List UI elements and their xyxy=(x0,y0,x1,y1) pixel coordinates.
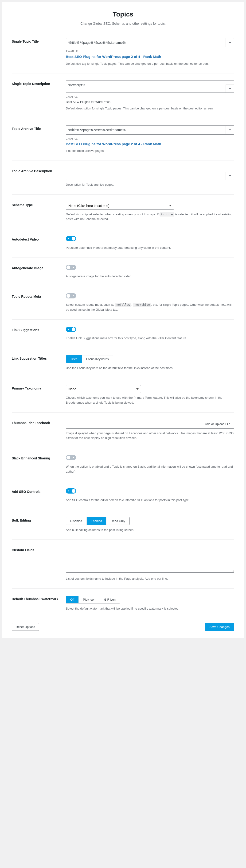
page-footer: Reset Options Save Changes xyxy=(2,618,244,638)
watermark-opt-play[interactable]: Play icon xyxy=(79,596,100,603)
page-title: Topics xyxy=(12,9,234,19)
label-single-topic-title: Single Topic Title xyxy=(12,39,39,43)
example-preview: Best SEO Plugins for WordPress page 2 of… xyxy=(66,142,234,147)
label-bulk-editing: Bulk Editing xyxy=(12,519,31,522)
reset-button[interactable]: Reset Options xyxy=(12,623,39,631)
single-desc-input[interactable]: %excerpt% xyxy=(66,81,234,93)
example-preview: Best SEO Plugins for WordPress page 2 of… xyxy=(66,54,234,60)
label-link-suggestions: Link Suggestions xyxy=(12,328,39,332)
row-custom-fields: Custom Fields List of custom fields name… xyxy=(12,540,234,588)
page-header: Topics Change Global SEO, Schema, and ot… xyxy=(2,2,244,31)
autogenerate-image-toggle[interactable] xyxy=(66,265,76,270)
row-link-titles: Link Suggestion Titles Titles Focus Keyw… xyxy=(12,348,234,378)
row-archive-desc: Topic Archive Description Description fo… xyxy=(12,161,234,195)
label-link-titles: Link Suggestion Titles xyxy=(12,356,47,360)
page-subtitle: Change Global SEO, Schema, and other set… xyxy=(12,21,234,26)
autodetect-video-toggle[interactable] xyxy=(66,236,76,241)
variable-dropdown-btn[interactable] xyxy=(225,126,234,134)
fb-thumbnail-path[interactable] xyxy=(66,420,201,428)
label-seo-controls: Add SEO Controls xyxy=(12,490,40,494)
robots-desc: Select custom robots meta, such as nofol… xyxy=(66,303,234,312)
row-bulk-editing: Bulk Editing Disabled Enabled Read Only … xyxy=(12,510,234,540)
primary-taxonomy-select[interactable]: None xyxy=(66,385,141,393)
robots-meta-toggle[interactable] xyxy=(66,293,76,299)
label-single-topic-desc: Single Topic Description xyxy=(12,82,50,86)
variable-dropdown-btn[interactable] xyxy=(225,172,234,180)
archive-desc-input[interactable] xyxy=(66,168,234,180)
bulk-opt-readonly[interactable]: Read Only xyxy=(106,517,129,525)
label-autodetect-video: Autodetect Video xyxy=(12,238,39,241)
label-primary-taxonomy: Primary Taxonomy xyxy=(12,386,41,390)
row-single-topic-desc: Single Topic Description %excerpt% EXAMP… xyxy=(12,73,234,118)
custom-fields-textarea[interactable] xyxy=(66,547,234,572)
label-custom-fields: Custom Fields xyxy=(12,548,34,552)
label-archive-desc: Topic Archive Description xyxy=(12,169,52,173)
watermark-opt-off[interactable]: Off xyxy=(66,596,79,603)
label-robots-meta: Topic Robots Meta xyxy=(12,294,41,299)
archive-title-input[interactable]: %title% %page% %sep% %sitename% xyxy=(66,125,234,135)
slack-sharing-toggle[interactable] xyxy=(66,455,76,460)
label-watermark: Default Thumbnail Watermark xyxy=(12,597,58,601)
chevron-down-icon xyxy=(229,41,232,44)
label-slack-sharing: Slack Enhanced Sharing xyxy=(12,456,50,460)
link-suggestions-toggle[interactable] xyxy=(66,327,76,332)
label-fb-thumbnail: Thumbnail for Facebook xyxy=(12,421,50,425)
schema-type-select[interactable]: None (Click here to set one) xyxy=(66,202,174,210)
link-titles-group: Titles Focus Keywords xyxy=(66,355,113,363)
chevron-down-icon xyxy=(229,87,232,90)
link-titles-opt-keywords[interactable]: Focus Keywords xyxy=(82,355,113,363)
seo-controls-toggle[interactable] xyxy=(66,488,76,494)
row-primary-taxonomy: Primary Taxonomy None Choose which taxon… xyxy=(12,378,234,412)
variable-dropdown-btn[interactable] xyxy=(225,38,234,47)
variable-dropdown-btn[interactable] xyxy=(225,85,234,93)
bulk-opt-disabled[interactable]: Disabled xyxy=(66,517,87,525)
single-title-input[interactable]: %title% %page% %sep% %sitename% xyxy=(66,38,234,47)
example-preview: Best SEO Plugins for WordPress xyxy=(66,99,234,104)
fb-thumbnail-input: Add or Upload File xyxy=(66,420,234,429)
row-robots-meta: Topic Robots Meta Select custom robots m… xyxy=(12,286,234,320)
row-single-topic-title: Single Topic Title %title% %page% %sep% … xyxy=(12,31,234,73)
chevron-down-icon xyxy=(229,128,232,131)
row-watermark: Default Thumbnail Watermark Off Play ico… xyxy=(12,589,234,618)
row-slack-sharing: Slack Enhanced Sharing When the option i… xyxy=(12,448,234,481)
label-archive-title: Topic Archive Title xyxy=(12,127,41,131)
label-autogenerate-image: Autogenerate Image xyxy=(12,266,43,270)
row-fb-thumbnail: Thumbnail for Facebook Add or Upload Fil… xyxy=(12,412,234,448)
row-schema-type: Schema Type None (Click here to set one)… xyxy=(12,195,234,229)
label-schema-type: Schema Type xyxy=(12,203,33,207)
bulk-editing-group: Disabled Enabled Read Only xyxy=(66,517,130,525)
row-autogenerate-image: Autogenerate Image Auto-generate image f… xyxy=(12,258,234,286)
fb-thumbnail-upload-btn[interactable]: Add or Upload File xyxy=(201,420,234,428)
row-autodetect-video: Autodetect Video Populate automatic Vide… xyxy=(12,229,234,257)
row-link-suggestions: Link Suggestions Enable Link Suggestions… xyxy=(12,320,234,348)
row-archive-title: Topic Archive Title %title% %page% %sep%… xyxy=(12,118,234,161)
schema-desc: Default rich snippet selected when creat… xyxy=(66,212,234,222)
bulk-opt-enabled[interactable]: Enabled xyxy=(87,517,107,525)
watermark-opt-gif[interactable]: GIF icon xyxy=(100,596,120,603)
link-titles-opt-titles[interactable]: Titles xyxy=(66,355,82,363)
watermark-group: Off Play icon GIF icon xyxy=(66,596,120,603)
chevron-down-icon xyxy=(229,175,232,177)
row-seo-controls: Add SEO Controls Add SEO controls for th… xyxy=(12,481,234,510)
save-button[interactable]: Save Changes xyxy=(205,623,234,631)
